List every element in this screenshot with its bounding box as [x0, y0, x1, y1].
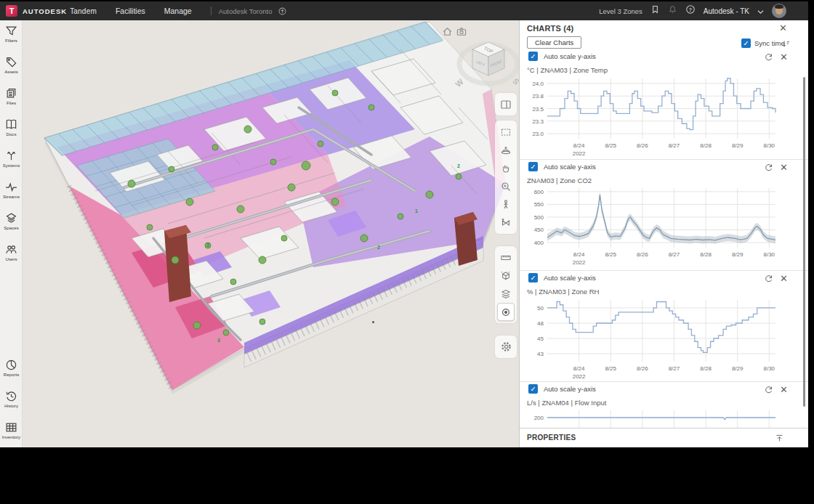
orbit-icon[interactable]: [497, 141, 515, 159]
svg-text:200: 200: [534, 415, 544, 421]
charts-panel-title: CHARTS (4): [527, 24, 573, 33]
auto-scale-label: Auto scale y-axis: [544, 385, 596, 393]
auto-scale-label: Auto scale y-axis: [544, 163, 596, 171]
sidebar-item-assets[interactable]: Assets: [0, 56, 23, 74]
expand-properties-icon[interactable]: [775, 433, 784, 446]
svg-text:550: 550: [534, 201, 544, 208]
svg-text:8/24: 8/24: [573, 365, 585, 372]
menu-facilities[interactable]: Facilities: [116, 7, 145, 15]
zone-rh-chart[interactable]: 504845438/248/258/268/278/288/298/302022: [520, 295, 803, 382]
sidebar-item-docs[interactable]: Docs: [0, 118, 23, 137]
user-avatar[interactable]: [772, 4, 786, 18]
menu-manage[interactable]: Manage: [164, 7, 192, 15]
sidebar-label: Files: [1, 100, 22, 105]
model-canvas[interactable]: 2 1 2 3 3 TOP LEFT FRONT W S: [23, 20, 519, 447]
sidebar-label: Assets: [1, 69, 22, 74]
sidebar-item-reports[interactable]: Reports: [0, 359, 23, 377]
auto-scale-checkbox[interactable]: ✓: [528, 384, 538, 394]
svg-text:2: 2: [377, 245, 380, 250]
svg-text:400: 400: [534, 240, 544, 246]
remove-chart-icon[interactable]: ✕: [780, 274, 788, 283]
zone-co2-chart[interactable]: 6005505004504008/248/258/268/278/288/298…: [520, 184, 803, 271]
brand-tandem: Tandem: [70, 7, 97, 15]
pan-icon[interactable]: [497, 159, 515, 177]
auto-scale-label: Auto scale y-axis: [544, 52, 596, 60]
walk-icon[interactable]: [497, 195, 515, 214]
region-select-icon[interactable]: [497, 123, 515, 141]
explode-icon[interactable]: [497, 267, 515, 285]
facility-name: Autodesk Toronto: [219, 7, 273, 15]
reset-zoom-icon[interactable]: [764, 385, 773, 394]
panel-scrollbar[interactable]: [803, 77, 805, 407]
svg-text:8/26: 8/26: [637, 365, 648, 372]
svg-text:1: 1: [415, 208, 418, 214]
svg-text:2022: 2022: [573, 259, 586, 266]
svg-text:8/27: 8/27: [669, 142, 680, 149]
sidebar-item-streams[interactable]: Streams: [0, 181, 23, 199]
svg-text:8/30: 8/30: [763, 365, 775, 372]
measure-icon[interactable]: [497, 248, 515, 267]
sidebar-item-users[interactable]: Users: [0, 243, 23, 261]
help-icon[interactable]: ?: [685, 4, 696, 17]
sync-time-checkbox[interactable]: ✓: [741, 38, 751, 48]
svg-text:?: ?: [689, 7, 692, 12]
account-menu[interactable]: Autodesk - TK: [704, 7, 749, 15]
svg-text:43: 43: [537, 351, 544, 357]
sidebar-item-filters[interactable]: Filters: [0, 25, 23, 43]
clear-charts-button[interactable]: Clear Charts: [527, 36, 581, 49]
close-panel-icon[interactable]: ✕: [779, 23, 787, 33]
sidebar-label: Inventory: [1, 434, 22, 439]
zone-temp-chart[interactable]: 24.023.823.523.323.08/248/258/268/278/28…: [520, 73, 803, 159]
sidebar-item-inventory[interactable]: Inventory: [0, 421, 23, 439]
topbar-divider: [211, 7, 211, 15]
svg-text:23.3: 23.3: [532, 118, 544, 125]
model-viewer[interactable]: 2 1 2 3 3 TOP LEFT FRONT W S: [23, 20, 519, 447]
auto-scale-checkbox[interactable]: ✓: [528, 162, 538, 171]
side-panels-icon[interactable]: [497, 95, 515, 113]
svg-text:24.0: 24.0: [532, 81, 544, 87]
zoom-icon[interactable]: [497, 177, 515, 195]
properties-title: PROPERTIES: [527, 434, 576, 442]
sidebar-item-history[interactable]: History: [0, 390, 23, 408]
svg-text:8/27: 8/27: [669, 251, 680, 258]
chevron-down-icon[interactable]: [757, 4, 764, 17]
svg-text:8/28: 8/28: [700, 251, 712, 258]
svg-text:23.0: 23.0: [532, 131, 544, 137]
reset-zoom-icon[interactable]: [764, 163, 773, 172]
sidebar-item-spaces[interactable]: Spaces: [0, 212, 23, 230]
svg-text:8/28: 8/28: [700, 142, 712, 149]
svg-text:50: 50: [537, 305, 544, 312]
svg-text:8/28: 8/28: [700, 365, 712, 372]
svg-text:500: 500: [534, 214, 544, 221]
reset-zoom-icon[interactable]: [764, 274, 773, 283]
auto-scale-label: Auto scale y-axis: [544, 274, 596, 282]
flow-input-chart[interactable]: 200: [520, 406, 803, 428]
svg-text:8/29: 8/29: [732, 142, 744, 149]
remove-chart-icon[interactable]: ✕: [780, 52, 788, 62]
heatmap-icon[interactable]: [497, 303, 515, 321]
settings-gear-icon[interactable]: [497, 338, 515, 356]
reset-zoom-icon[interactable]: [764, 52, 773, 62]
look-around-icon[interactable]: [497, 214, 515, 232]
auto-scale-checkbox[interactable]: ✓: [528, 273, 538, 283]
sidebar-item-files[interactable]: Files: [0, 87, 23, 105]
facility-share-icon[interactable]: [278, 7, 287, 16]
auto-scale-checkbox[interactable]: ✓: [528, 52, 538, 61]
levels-icon[interactable]: [497, 285, 515, 303]
svg-text:8/26: 8/26: [637, 251, 648, 258]
tandem-logo[interactable]: T: [6, 5, 17, 17]
remove-chart-icon[interactable]: ✕: [780, 163, 788, 172]
svg-text:2022: 2022: [573, 150, 586, 157]
bookmark-icon[interactable]: [650, 4, 660, 17]
notifications-bell-icon[interactable]: [668, 4, 677, 17]
home-view-icon[interactable]: [442, 26, 454, 38]
camera-properties-icon[interactable]: [456, 26, 467, 38]
svg-text:48: 48: [537, 320, 544, 327]
toolbar-group-settings: [495, 336, 517, 358]
svg-text:8/29: 8/29: [732, 251, 744, 258]
svg-text:8/29: 8/29: [732, 365, 744, 372]
remove-chart-icon[interactable]: ✕: [780, 385, 788, 394]
current-view-name[interactable]: Level 3 Zones: [599, 7, 642, 15]
sidebar-item-systems[interactable]: Systems: [0, 150, 23, 168]
properties-section-header[interactable]: PROPERTIES: [520, 428, 808, 447]
